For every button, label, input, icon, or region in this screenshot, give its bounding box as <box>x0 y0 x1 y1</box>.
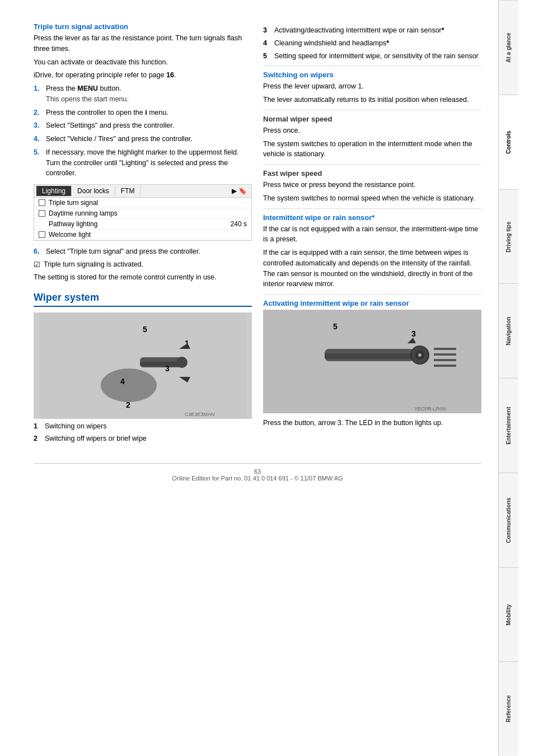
checkbox-triple <box>39 199 45 206</box>
intermittent-heading: Intermittent wipe or rain sensor* <box>263 213 481 222</box>
fast-speed-para1: Press twice or press beyond the resistan… <box>263 180 481 190</box>
right-item-5: 5 Setting speed for intermittent wipe, o… <box>263 51 481 62</box>
wiper-items-left: 1 Switching on wipers 2 Switching off wi… <box>34 421 252 445</box>
svg-rect-22 <box>434 365 456 367</box>
svg-point-4 <box>176 357 188 368</box>
wiper-heading: Wiper system <box>34 292 252 307</box>
label-daytime: Daytime running lamps <box>49 209 247 217</box>
tab-ftm: FTM <box>115 186 141 196</box>
final-text: The setting is stored for the remote con… <box>34 272 252 283</box>
svg-text:5: 5 <box>333 322 338 331</box>
normal-speed-para2: The system switches to operation in the … <box>263 139 481 160</box>
wiper-svg-left: 5 1 3 4 2 C4E3E3MAN <box>34 312 252 419</box>
svg-point-1 <box>101 368 157 402</box>
tab-door-locks: Door locks <box>72 186 115 196</box>
checkbox-welcome <box>39 231 45 238</box>
setting-row-daytime: Daytime running lamps <box>34 208 251 219</box>
wiper-svg-right: 5 3 YECFR-LPAN <box>263 310 481 413</box>
right-item-3: 3 Activating/deactivating intermittent w… <box>263 25 481 36</box>
triple-turn-para3: iDrive, for operating principle refer to… <box>34 70 252 81</box>
settings-box-header: Lighting Door locks FTM ▶ 🔖 <box>34 185 251 198</box>
wiper-item-1: 1 Switching on wipers <box>34 421 252 432</box>
svg-rect-11 <box>269 310 476 413</box>
check-icon: ☑ <box>34 260 40 269</box>
svg-text:C4E3E3MAN: C4E3E3MAN <box>185 412 215 417</box>
check-text: Triple turn signaling is activated. <box>44 260 143 268</box>
step-4: 4. Select "Vehicle / Tires" and press th… <box>34 134 252 144</box>
wiper-item-2: 2 Switching off wipers or brief wipe <box>34 433 252 444</box>
right-item-4: 4 Cleaning windshield and headlamps* <box>263 38 481 49</box>
settings-box: Lighting Door locks FTM ▶ 🔖 Triple turn … <box>34 184 252 241</box>
svg-rect-20 <box>434 353 456 356</box>
switching-on-para2: The lever automatically returns to its i… <box>263 95 481 105</box>
sidebar-tab-reference[interactable]: Reference <box>499 661 518 756</box>
svg-text:4: 4 <box>120 377 125 386</box>
svg-rect-19 <box>434 348 456 350</box>
sidebar-tab-entertainment[interactable]: Entertainment <box>499 378 518 473</box>
intermittent-para1: If the car is not equipped with a rain s… <box>263 224 481 245</box>
switching-on-para1: Press the lever upward, arrow 1. <box>263 81 481 92</box>
label-welcome: Welcome light <box>49 231 247 239</box>
triple-turn-heading: Triple turn signal activation <box>34 22 252 31</box>
wiper-diagram-left: 5 1 3 4 2 C4E3E3MAN <box>34 312 252 419</box>
activating-heading: Activating intermittent wipe or rain sen… <box>263 299 481 307</box>
normal-speed-para1: Press once. <box>263 125 481 136</box>
value-pathway: 240 s <box>231 220 247 228</box>
sidebar-tab-communications[interactable]: Communications <box>499 473 518 567</box>
label-triple: Triple turn signal <box>49 199 247 207</box>
sidebar-tab-controls[interactable]: Controls <box>499 95 518 189</box>
svg-point-16 <box>418 353 421 357</box>
footer-text: Online Edition for Part no. 01 41 0 014 … <box>172 475 343 482</box>
activating-para1: Press the button, arrow 3. The LED in th… <box>263 418 481 428</box>
right-items: 3 Activating/deactivating intermittent w… <box>263 25 481 61</box>
check-result: ☑ Triple turn signaling is activated. <box>34 260 252 269</box>
step-5: 5. If necessary, move the highlight mark… <box>34 147 252 179</box>
setting-row-welcome: Welcome light <box>34 230 251 240</box>
svg-rect-21 <box>434 359 456 361</box>
step-3: 3. Select "Settings" and press the contr… <box>34 120 252 131</box>
sidebar-tab-mobility[interactable]: Mobility <box>499 567 518 662</box>
tab-arrows: ▶ 🔖 <box>229 186 249 196</box>
label-pathway: Pathway lighting <box>39 220 231 228</box>
switching-on-heading: Switching on wipers <box>263 71 481 79</box>
setting-row-pathway: Pathway lighting 240 s <box>34 219 251 230</box>
sidebar-tab-at-a-glance[interactable]: At a glance <box>499 0 518 95</box>
step-6: 6. Select "Triple turn signal" and press… <box>34 246 252 257</box>
svg-text:3: 3 <box>165 364 170 373</box>
sidebar-tab-navigation[interactable]: Navigation <box>499 283 518 378</box>
page-footer: 63 Online Edition for Part no. 01 41 0 0… <box>34 463 481 482</box>
sidebar-tab-driving-tips[interactable]: Driving tips <box>499 189 518 284</box>
fast-speed-heading: Fast wiper speed <box>263 169 481 178</box>
step-2: 2. Press the controller to open the i me… <box>34 108 252 118</box>
normal-speed-heading: Normal wiper speed <box>263 115 481 123</box>
setting-row-triple: Triple turn signal <box>34 198 251 208</box>
triple-turn-para2: You can activate or deactivate this func… <box>34 57 252 68</box>
fast-speed-para2: The system switches to normal speed when… <box>263 193 481 204</box>
triple-turn-para1: Press the lever as far as the resistance… <box>34 33 252 54</box>
right-sidebar: At a glance Controls Driving tips Naviga… <box>498 0 518 756</box>
page-number: 63 <box>254 468 261 475</box>
svg-text:YECFR-LPAN: YECFR-LPAN <box>414 406 446 412</box>
tab-lighting: Lighting <box>36 186 72 196</box>
svg-rect-13 <box>325 353 414 359</box>
svg-text:5: 5 <box>143 325 147 334</box>
wiper-diagram-right: 5 3 YECFR-LPAN <box>263 310 481 413</box>
svg-text:2: 2 <box>126 400 130 409</box>
svg-text:3: 3 <box>411 329 416 338</box>
checkbox-daytime <box>39 210 45 217</box>
intermittent-para2: If the car is equipped with a rain senso… <box>263 248 481 290</box>
step-1: 1. Press the MENU button. This opens the… <box>34 83 252 105</box>
